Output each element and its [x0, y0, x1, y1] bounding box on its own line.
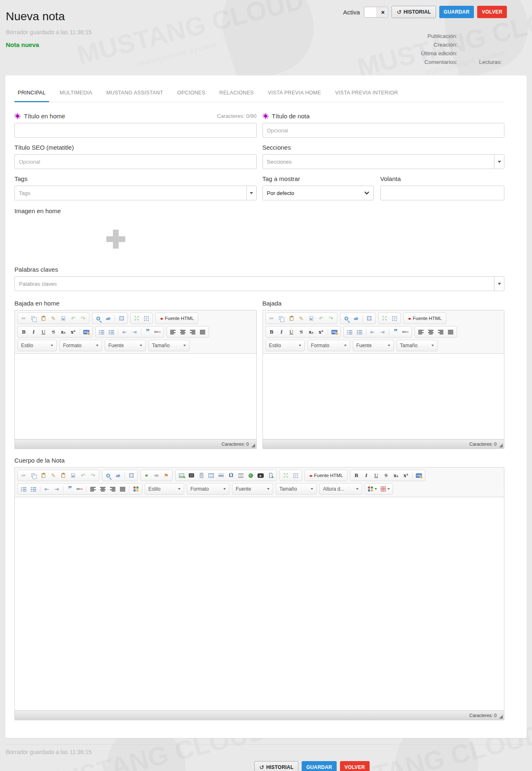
redo-icon[interactable]: ↷ — [326, 314, 336, 323]
subscript-icon[interactable]: x₂ — [59, 327, 68, 336]
titulo-nota-input[interactable] — [262, 123, 505, 138]
iframe-icon[interactable] — [246, 471, 255, 480]
superscript-icon[interactable]: x² — [316, 327, 326, 336]
select-all-icon[interactable] — [127, 471, 136, 480]
align-center-icon[interactable] — [98, 484, 108, 494]
titulo-seo-input[interactable] — [14, 154, 257, 169]
align-left-icon[interactable] — [168, 327, 178, 336]
resize-handle[interactable] — [251, 444, 255, 447]
numbered-list-icon[interactable] — [345, 327, 354, 336]
redo-icon[interactable]: ↷ — [78, 314, 88, 323]
superscript-icon[interactable]: x² — [401, 471, 410, 480]
copy-icon[interactable] — [29, 471, 38, 480]
secciones-arrow-button[interactable] — [494, 155, 504, 169]
tab-opciones[interactable]: OPCIONES — [174, 86, 209, 102]
italic-icon[interactable]: I — [361, 471, 371, 480]
tags-select[interactable]: Tags — [14, 186, 257, 200]
paste-icon[interactable] — [39, 314, 48, 323]
show-blocks-icon[interactable] — [291, 471, 300, 480]
blockquote-icon[interactable]: ” — [391, 327, 401, 336]
align-center-icon[interactable] — [178, 327, 187, 336]
page-break-icon[interactable] — [236, 471, 246, 480]
copy-icon[interactable] — [277, 314, 286, 323]
fuente-dropdown[interactable]: Fuente — [232, 483, 273, 495]
bajada-home-editor-body[interactable] — [15, 353, 256, 439]
subscript-icon[interactable]: x₂ — [391, 471, 401, 480]
fuente-dropdown[interactable]: Fuente — [353, 340, 394, 351]
div-container-icon[interactable] — [75, 484, 84, 494]
special-char-icon[interactable]: Ω — [226, 471, 236, 480]
show-blocks-icon[interactable] — [390, 314, 399, 323]
italic-icon[interactable]: I — [29, 327, 38, 336]
outdent-icon[interactable]: ⇤ — [368, 327, 377, 336]
maximize-icon[interactable] — [380, 314, 389, 323]
unlink-icon[interactable]: ⚮ — [152, 471, 161, 480]
underline-icon[interactable]: U — [287, 327, 296, 336]
image-upload-area[interactable] — [14, 218, 504, 261]
align-right-icon[interactable] — [108, 484, 117, 494]
media-icon[interactable] — [187, 471, 196, 480]
cuerpo-editor-body[interactable] — [15, 497, 504, 710]
guardar-button-bottom[interactable]: GUARDAR — [302, 761, 337, 771]
align-justify-icon[interactable] — [118, 484, 127, 494]
altura-dropdown[interactable]: Altura d... — [319, 483, 362, 495]
bold-icon[interactable]: B — [19, 327, 28, 336]
undo-icon[interactable]: ↶ — [316, 314, 326, 323]
paste-word-icon[interactable] — [59, 314, 68, 323]
tab-relaciones[interactable]: RELACIONES — [216, 86, 257, 102]
outdent-icon[interactable]: ⇤ — [120, 327, 129, 336]
historial-button[interactable]: ↺ HISTORIAL — [391, 6, 436, 18]
align-left-icon[interactable] — [88, 484, 98, 494]
image-icon[interactable] — [177, 471, 186, 480]
indent-icon[interactable]: ⇥ — [378, 327, 387, 336]
historial-button-bottom[interactable]: ↺ HISTORIAL — [254, 761, 298, 771]
cut-icon[interactable]: ✂ — [267, 314, 277, 323]
formato-dropdown[interactable]: Formato — [307, 340, 350, 351]
replace-icon[interactable]: ab — [113, 471, 123, 480]
estilo-dropdown[interactable]: Estilo — [17, 340, 57, 351]
fuente-html-button[interactable]: ◂▸Fuente HTML — [306, 471, 346, 480]
ai-assistant-icon[interactable] — [14, 113, 21, 119]
strikethrough-icon[interactable]: S — [49, 327, 58, 336]
blockquote-icon[interactable]: ” — [143, 327, 152, 336]
paste-icon[interactable] — [287, 314, 296, 323]
tab-vista-previa-interior[interactable]: VISTA PREVIA INTERIOR — [332, 86, 401, 102]
align-justify-icon[interactable] — [446, 327, 455, 336]
show-blocks-icon[interactable] — [142, 314, 151, 323]
italic-icon[interactable]: I — [277, 327, 286, 336]
div-container-icon[interactable] — [401, 327, 410, 336]
resize-handle[interactable] — [499, 444, 503, 447]
strikethrough-icon[interactable]: S — [381, 471, 391, 480]
tags-arrow-button[interactable] — [246, 186, 256, 200]
estilo-dropdown[interactable]: Estilo — [145, 483, 184, 495]
tamano-dropdown[interactable]: Tamaño — [396, 340, 438, 351]
bold-icon[interactable]: B — [352, 471, 361, 480]
table-properties-dropdown[interactable] — [379, 484, 391, 494]
ai-assistant-icon[interactable] — [262, 113, 269, 119]
active-toggle[interactable]: × — [364, 7, 388, 18]
link-icon[interactable]: ⚭ — [142, 471, 151, 480]
tab-principal[interactable]: PRINCIPAL — [14, 86, 49, 102]
fuente-dropdown[interactable]: Fuente — [105, 340, 146, 351]
tamano-dropdown[interactable]: Tamaño — [276, 483, 317, 495]
text-color-dropdown[interactable] — [366, 484, 379, 494]
tag-a-mostrar-select[interactable]: Por defecto — [262, 186, 374, 200]
select-all-icon[interactable] — [365, 314, 374, 323]
remove-format-icon[interactable] — [414, 471, 424, 480]
numbered-list-icon[interactable] — [97, 327, 106, 336]
tab-vista-previa-home[interactable]: VISTA PREVIA HOME — [265, 86, 324, 102]
select-all-icon[interactable] — [117, 314, 126, 323]
tamano-dropdown[interactable]: Tamaño — [148, 340, 190, 351]
tab-multimedia[interactable]: MULTIMEDIA — [56, 86, 96, 102]
estilo-dropdown[interactable]: Estilo — [265, 340, 305, 351]
paste-text-icon[interactable]: ✎ — [297, 314, 306, 323]
underline-icon[interactable]: U — [39, 327, 48, 336]
toggle-knob[interactable] — [365, 7, 377, 17]
paste-word-icon[interactable] — [68, 471, 78, 480]
remove-format-icon[interactable] — [82, 327, 91, 336]
indent-icon[interactable]: ⇥ — [130, 327, 139, 336]
fuente-html-button[interactable]: ◂▸Fuente HTML — [157, 314, 197, 323]
indent-icon[interactable]: ⇥ — [52, 484, 61, 494]
find-icon[interactable] — [342, 314, 351, 323]
align-right-icon[interactable] — [188, 327, 197, 336]
